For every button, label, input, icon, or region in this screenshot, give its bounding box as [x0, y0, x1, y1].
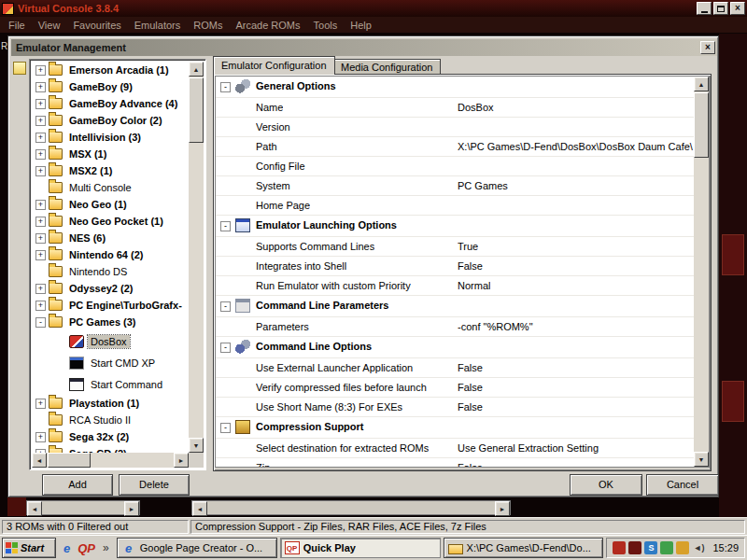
tree-item[interactable]: Sega CD (2): [32, 445, 189, 453]
tree-item[interactable]: Odyssey2 (2): [32, 280, 189, 297]
minimize-button[interactable]: [697, 2, 712, 15]
property-row[interactable]: Supports Command Lines True: [216, 237, 694, 257]
tree-horizontal-scrollbar[interactable]: [32, 453, 189, 468]
taskbar-task-button[interactable]: X:\PC Games\D-Fend\Do...: [444, 538, 604, 558]
background-horizontal-scrollbar[interactable]: [26, 500, 140, 515]
menu-item[interactable]: Help: [344, 20, 378, 31]
tree-item[interactable]: MSX2 (1): [32, 162, 189, 179]
tree-expand-toggle[interactable]: [35, 200, 46, 210]
tab-emulator-configuration[interactable]: Emulator Configuration: [213, 56, 335, 75]
tree-expand-toggle[interactable]: [35, 432, 46, 442]
tray-icon[interactable]: S: [644, 541, 657, 554]
taskbar-task-button[interactable]: Google Page Creator - O...: [117, 538, 277, 558]
taskbar-clock[interactable]: 15:29: [712, 542, 739, 553]
group-collapse-box[interactable]: [220, 301, 231, 312]
group-collapse-box[interactable]: [220, 423, 231, 433]
property-row[interactable]: Config File: [216, 157, 694, 176]
property-row[interactable]: Version: [216, 118, 694, 137]
tree-expand-toggle[interactable]: [35, 233, 46, 244]
menu-item[interactable]: Arcade ROMs: [229, 20, 306, 31]
property-value[interactable]: False: [458, 462, 483, 467]
dialog-close-button[interactable]: [700, 41, 715, 54]
tree-expand-toggle[interactable]: [35, 317, 46, 328]
tree-expand-toggle[interactable]: [35, 399, 46, 409]
property-value[interactable]: Normal: [458, 280, 490, 291]
scroll-left-button[interactable]: [32, 453, 47, 468]
property-row[interactable]: Use Short Name (8:3) For EXEs False: [216, 398, 694, 417]
tray-icon[interactable]: [660, 541, 673, 554]
property-row[interactable]: Command Line Parameters: [216, 296, 694, 317]
property-row[interactable]: Run Emulator with custom Priority Normal: [216, 276, 694, 296]
menu-item[interactable]: Tools: [307, 20, 345, 31]
scroll-right-button[interactable]: [174, 453, 189, 468]
tree-expand-toggle[interactable]: [35, 149, 46, 160]
chevron-more-icon[interactable]: [103, 541, 109, 554]
tree-expand-toggle[interactable]: [35, 65, 46, 76]
taskbar-task-button[interactable]: Quick Play: [280, 538, 441, 558]
property-value[interactable]: X:\PC Games\D-Fend\DosBox\DosBox Daum Ca…: [458, 141, 693, 152]
tray-icon[interactable]: [676, 541, 689, 554]
tab-media-configuration[interactable]: Media Configuration: [332, 59, 441, 75]
scroll-right-button[interactable]: [495, 501, 510, 516]
property-row[interactable]: Verify compressed files before launch Fa…: [216, 378, 694, 398]
property-value[interactable]: False: [458, 401, 483, 413]
menu-item[interactable]: Favourites: [66, 20, 127, 31]
add-button[interactable]: Add: [42, 474, 113, 496]
quicklaunch-icon[interactable]: e: [63, 541, 70, 555]
tray-icon[interactable]: [628, 541, 641, 554]
menu-item[interactable]: View: [32, 20, 67, 31]
background-horizontal-scrollbar[interactable]: [191, 500, 511, 515]
tray-icon[interactable]: [613, 541, 626, 554]
tree-vertical-scrollbar[interactable]: [189, 62, 204, 453]
property-value[interactable]: True: [458, 241, 478, 252]
tree-item[interactable]: Nintendo DS: [32, 263, 189, 280]
tree-item[interactable]: Neo Geo Pocket (1): [32, 213, 189, 230]
scroll-up-button[interactable]: [694, 77, 709, 91]
tree-expand-toggle[interactable]: [35, 82, 46, 92]
property-value[interactable]: PC Games: [458, 180, 508, 191]
tree-expand-toggle[interactable]: [35, 133, 46, 143]
menu-item[interactable]: ROMs: [187, 20, 229, 31]
tree-item[interactable]: Start CMD XP: [32, 352, 189, 373]
tree-item[interactable]: Nintendo 64 (2): [32, 246, 189, 263]
property-value[interactable]: DosBox: [458, 102, 494, 113]
property-row[interactable]: Integrates into Shell False: [216, 257, 694, 276]
tree-expand-toggle[interactable]: [35, 116, 46, 126]
property-row[interactable]: Use External Launcher Application False: [216, 358, 694, 378]
tree-item[interactable]: DosBox: [32, 330, 189, 352]
scroll-left-button[interactable]: [192, 501, 207, 516]
group-collapse-box[interactable]: [220, 221, 231, 231]
group-collapse-box[interactable]: [220, 343, 231, 353]
tree-expand-toggle[interactable]: [35, 250, 46, 260]
tray-icon[interactable]: ◄): [692, 541, 705, 554]
tree-item[interactable]: Start Command: [32, 373, 189, 395]
property-row[interactable]: Path X:\PC Games\D-Fend\DosBox\DosBox Da…: [216, 137, 694, 157]
cancel-button[interactable]: Cancel: [646, 474, 719, 496]
property-row[interactable]: Home Page: [216, 196, 694, 216]
property-value[interactable]: Use General Extraction Setting: [458, 442, 599, 454]
grid-vertical-scrollbar[interactable]: [694, 77, 709, 467]
tree-item[interactable]: PC Games (3): [32, 314, 189, 330]
tree-item[interactable]: PC Engine\TurboGrafx-: [32, 297, 189, 314]
tree-expand-toggle[interactable]: [35, 217, 46, 227]
tree-item[interactable]: GameBoy (9): [32, 78, 189, 95]
tree-item[interactable]: Multi Console: [32, 179, 189, 196]
tree-item[interactable]: Intellivision (3): [32, 129, 189, 146]
property-value[interactable]: -conf "%ROM%": [458, 321, 533, 332]
property-row[interactable]: Name DosBox: [216, 98, 694, 118]
group-collapse-box[interactable]: [220, 82, 231, 92]
property-row[interactable]: Command Line Options: [216, 337, 694, 358]
tree-item[interactable]: Playstation (1): [32, 395, 189, 412]
scroll-up-button[interactable]: [189, 62, 204, 77]
scroll-down-button[interactable]: [694, 452, 709, 467]
scrollbar-thumb[interactable]: [48, 453, 91, 468]
property-row[interactable]: General Options: [216, 77, 694, 98]
property-row[interactable]: Parameters -conf "%ROM%": [216, 317, 694, 337]
tree-item[interactable]: GameBoy Color (2): [32, 112, 189, 129]
tree-item[interactable]: MSX (1): [32, 146, 189, 162]
scroll-down-button[interactable]: [189, 438, 204, 453]
tree-item[interactable]: GameBoy Advance (4): [32, 95, 189, 112]
scrollbar-thumb[interactable]: [694, 92, 709, 158]
tree-item[interactable]: RCA Studio II: [32, 412, 189, 428]
property-row[interactable]: Zip False: [216, 458, 694, 467]
